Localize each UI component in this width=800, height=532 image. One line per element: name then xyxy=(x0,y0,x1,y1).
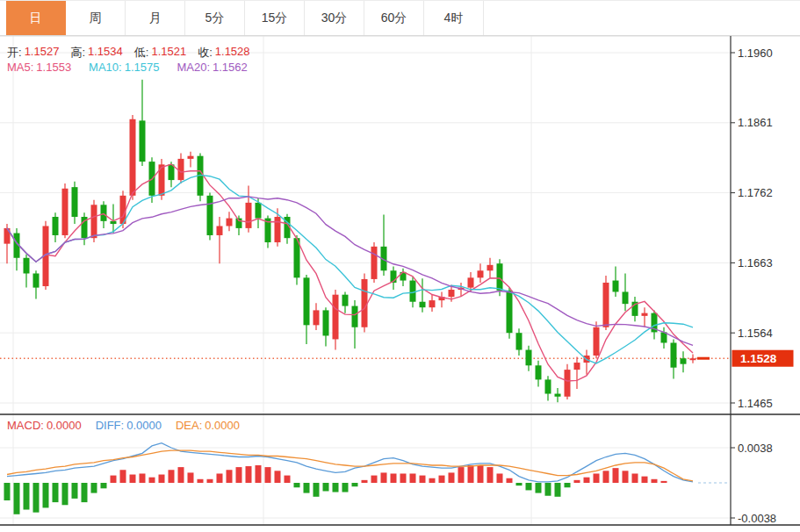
candle xyxy=(246,203,252,228)
candle xyxy=(53,217,59,235)
macd-histogram-bar xyxy=(285,476,291,483)
macd-histogram-bar xyxy=(661,481,667,483)
candle xyxy=(671,342,677,367)
macd-histogram-bar xyxy=(613,468,619,483)
candle xyxy=(333,295,339,340)
candle xyxy=(101,205,107,221)
macd-histogram-bar xyxy=(198,479,204,483)
ma-readout: MA5:1.1553 MA10:1.1575 MA20:1.1562 xyxy=(7,61,248,74)
macd-histogram-bar xyxy=(169,470,175,483)
diff-label: DIFF: xyxy=(96,419,125,432)
macd-histogram-bar xyxy=(362,480,368,483)
macd-histogram-bar xyxy=(603,471,609,483)
candle xyxy=(468,277,474,287)
macd-histogram-bar xyxy=(178,467,184,483)
macd-histogram-bar xyxy=(72,483,78,499)
ma5-label: MA5: xyxy=(7,61,33,74)
candle xyxy=(574,363,580,370)
macd-histogram-bar xyxy=(4,483,11,500)
macd-histogram-bar xyxy=(565,483,571,487)
macd-histogram-bar xyxy=(623,471,629,483)
ma5-value: 1.1553 xyxy=(36,61,71,74)
y-axis-label: 1.1663 xyxy=(738,256,773,270)
macd-histogram-bar xyxy=(120,470,126,483)
macd-histogram-bar xyxy=(256,465,262,483)
candle xyxy=(140,120,146,162)
macd-readout: MACD:0.0000 DIFF:0.0000 DEA:0.0000 xyxy=(7,419,240,432)
candle xyxy=(33,273,40,287)
macd-histogram-bar xyxy=(111,476,117,483)
candle xyxy=(342,295,349,306)
macd-histogram-bar xyxy=(526,483,532,490)
high-value: 1.1534 xyxy=(88,45,123,61)
macd-histogram-bar xyxy=(265,467,271,483)
macd-histogram-bar xyxy=(584,478,590,483)
tab-30min[interactable]: 30分 xyxy=(305,1,364,35)
candle xyxy=(24,258,30,274)
candle xyxy=(410,281,416,302)
tab-day[interactable]: 日 xyxy=(6,1,66,35)
candle xyxy=(536,365,542,379)
tab-5min[interactable]: 5分 xyxy=(185,1,245,35)
candle xyxy=(613,281,619,292)
y-axis-label: 1.1762 xyxy=(738,186,773,199)
macd-histogram-bar xyxy=(439,476,445,483)
macd-histogram-bar xyxy=(82,483,88,502)
macd-histogram-bar xyxy=(391,473,397,483)
macd-histogram-bar xyxy=(159,475,165,483)
candle xyxy=(594,327,600,356)
candle xyxy=(497,263,503,291)
macd-histogram-bar xyxy=(149,478,155,483)
dea-line xyxy=(7,450,693,481)
y-axis-label: 1.1465 xyxy=(738,397,773,410)
candle xyxy=(188,156,194,159)
dea-label: DEA: xyxy=(176,419,202,432)
diff-value: 0.0000 xyxy=(126,419,162,432)
macd-histogram-bar xyxy=(458,467,465,483)
candle xyxy=(62,189,68,235)
macd-histogram-bar xyxy=(342,483,349,492)
macd-histogram-bar xyxy=(516,483,523,485)
candle xyxy=(429,300,436,307)
macd-histogram-bar xyxy=(62,483,68,505)
candle xyxy=(323,310,329,335)
candle xyxy=(91,205,97,238)
candle xyxy=(507,291,513,333)
trading-chart-app: 1.19601.18611.17621.16631.15641.14650.00… xyxy=(0,0,800,532)
macd-histogram-bar xyxy=(246,466,252,483)
candle xyxy=(72,187,78,217)
candle xyxy=(207,196,213,235)
tab-4hour[interactable]: 4时 xyxy=(424,1,484,35)
ma10-label: MA10: xyxy=(89,61,122,74)
candle xyxy=(371,247,378,279)
y-axis-label: 0.0038 xyxy=(738,442,773,455)
tab-15min[interactable]: 15分 xyxy=(245,1,305,35)
y-axis-label: 1.1960 xyxy=(738,47,773,60)
candle xyxy=(487,265,494,270)
candle xyxy=(178,159,184,180)
candle xyxy=(545,379,551,393)
macd-histogram-bar xyxy=(33,483,40,513)
tab-60min[interactable]: 60分 xyxy=(364,1,424,35)
macd-histogram-bar xyxy=(371,476,378,483)
candlestick-chart-canvas[interactable]: 1.19601.18611.17621.16631.15641.14650.00… xyxy=(0,0,800,532)
tab-month[interactable]: 月 xyxy=(126,1,185,35)
macd-histogram-bar xyxy=(468,465,474,483)
macd-histogram-bar xyxy=(14,483,20,514)
macd-histogram-bar xyxy=(140,473,146,483)
macd-histogram-bar xyxy=(555,483,561,497)
ma20-label: MA20: xyxy=(177,61,210,74)
macd-histogram-bar xyxy=(275,471,281,483)
macd-histogram-bar xyxy=(53,483,59,502)
macd-histogram-bar xyxy=(91,483,97,493)
macd-histogram-bar xyxy=(497,473,503,483)
candle xyxy=(275,217,281,242)
macd-histogram-bar xyxy=(594,473,600,483)
close-label: 收: xyxy=(198,45,213,61)
macd-histogram-bar xyxy=(642,477,648,483)
tab-week[interactable]: 周 xyxy=(66,1,126,35)
candle xyxy=(449,290,455,297)
macd-histogram-bar xyxy=(43,483,49,507)
dea-value: 0.0000 xyxy=(205,419,240,432)
macd-histogram-bar xyxy=(236,467,242,483)
